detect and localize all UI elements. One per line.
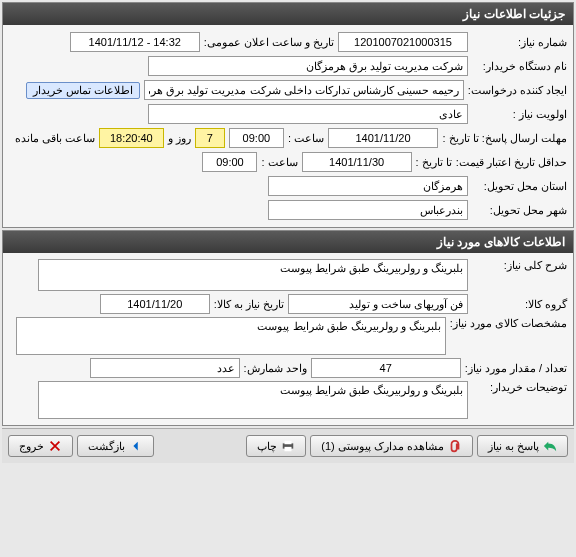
time-label-2: ساعت :: [261, 156, 297, 169]
exit-button[interactable]: خروج: [8, 435, 73, 457]
respond-label: پاسخ به نیاز: [488, 440, 539, 453]
buyer-notes-textarea[interactable]: بلبرینگ و رولربیرینگ طبق شرایط پیوست: [38, 381, 468, 419]
attachments-button[interactable]: مشاهده مدارک پیوستی (1): [310, 435, 473, 457]
validity-date-input[interactable]: [302, 152, 412, 172]
respond-button[interactable]: پاسخ به نیاز: [477, 435, 568, 457]
buyer-input[interactable]: [148, 56, 468, 76]
validity-label: حداقل تاریخ اعتبار قیمت:: [456, 156, 567, 169]
goods-info-panel: اطلاعات کالاهای مورد نیاز شرح کلی نیاز: …: [2, 230, 574, 426]
deadline-label: مهلت ارسال پاسخ: تا تاریخ :: [442, 132, 567, 145]
priority-input[interactable]: [148, 104, 468, 124]
need-no-input[interactable]: [338, 32, 468, 52]
announce-input[interactable]: [70, 32, 200, 52]
group-label: گروه کالا:: [472, 298, 567, 311]
svg-rect-2: [285, 447, 292, 451]
time-remaining-input: [99, 128, 164, 148]
need-details-panel: جزئیات اطلاعات نیاز شماره نیاز: تاریخ و …: [2, 2, 574, 228]
need-no-label: شماره نیاز:: [472, 36, 567, 49]
unit-input[interactable]: [90, 358, 240, 378]
qty-input[interactable]: [311, 358, 461, 378]
panel1-header: جزئیات اطلاعات نیاز: [3, 3, 573, 25]
back-icon: [129, 439, 143, 453]
city-input[interactable]: [268, 200, 468, 220]
svg-rect-1: [285, 441, 292, 445]
spec-label: مشخصات کالای مورد نیاز:: [450, 317, 567, 330]
province-input[interactable]: [268, 176, 468, 196]
desc-textarea[interactable]: بلبرینگ و رولربیرینگ طبق شرایط پیوست: [38, 259, 468, 291]
panel2-header: اطلاعات کالاهای مورد نیاز: [3, 231, 573, 253]
days-label: روز و: [168, 132, 191, 145]
time-label-1: ساعت :: [288, 132, 324, 145]
exit-icon: [48, 439, 62, 453]
validity-time-input[interactable]: [202, 152, 257, 172]
deadline-time-input[interactable]: [229, 128, 284, 148]
creator-input[interactable]: [144, 80, 464, 100]
print-label: چاپ: [257, 440, 277, 453]
announce-label: تاریخ و ساعت اعلان عمومی:: [204, 36, 334, 49]
attachments-label: مشاهده مدارک پیوستی (1): [321, 440, 444, 453]
contact-buyer-button[interactable]: اطلاعات تماس خریدار: [26, 82, 140, 99]
city-label: شهر محل تحویل:: [472, 204, 567, 217]
back-button[interactable]: بازگشت: [77, 435, 154, 457]
unit-label: واحد شمارش:: [244, 362, 307, 375]
group-input[interactable]: [288, 294, 468, 314]
spec-textarea[interactable]: بلبرینگ و رولربیرینگ طبق شرایط پیوست: [16, 317, 446, 355]
priority-label: اولویت نیاز :: [472, 108, 567, 121]
reply-icon: [543, 439, 557, 453]
attachment-icon: [448, 439, 462, 453]
creator-label: ایجاد کننده درخواست:: [468, 84, 567, 97]
print-icon: [281, 439, 295, 453]
validity-to-label: تا تاریخ :: [416, 156, 452, 169]
deadline-date-input[interactable]: [328, 128, 438, 148]
exit-label: خروج: [19, 440, 44, 453]
buyer-label: نام دستگاه خریدار:: [472, 60, 567, 73]
remaining-label: ساعت باقی مانده: [15, 132, 95, 145]
need-date-input[interactable]: [100, 294, 210, 314]
bottom-toolbar: پاسخ به نیاز مشاهده مدارک پیوستی (1) چاپ…: [2, 428, 574, 463]
need-date-label: تاریخ نیاز به کالا:: [214, 298, 284, 311]
back-label: بازگشت: [88, 440, 125, 453]
buyer-notes-label: توضیحات خریدار:: [472, 381, 567, 394]
qty-label: تعداد / مقدار مورد نیاز:: [465, 362, 567, 375]
days-remaining-input: [195, 128, 225, 148]
province-label: استان محل تحویل:: [472, 180, 567, 193]
desc-label: شرح کلی نیاز:: [472, 259, 567, 272]
print-button[interactable]: چاپ: [246, 435, 306, 457]
